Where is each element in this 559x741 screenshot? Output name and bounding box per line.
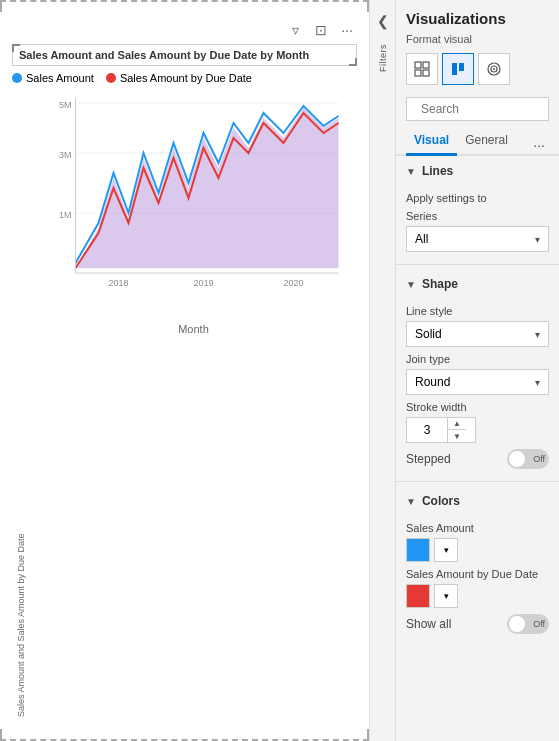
svg-text:3M: 3M	[59, 150, 72, 160]
line-style-chevron-icon: ▾	[535, 329, 540, 340]
section-shape: ▼ Shape Line style Solid ▾ Join type Rou…	[396, 269, 559, 477]
svg-rect-15	[415, 70, 421, 76]
collapse-icon[interactable]: ❮	[372, 10, 394, 32]
colors-chevron: ▼	[406, 496, 416, 507]
svg-rect-18	[459, 63, 464, 71]
join-type-chevron-icon: ▾	[535, 377, 540, 388]
series1-label: Sales Amount	[406, 522, 549, 534]
series1-color-dropdown[interactable]: ▾	[434, 538, 458, 562]
legend-item-1: Sales Amount	[12, 72, 94, 84]
section-colors: ▼ Colors Sales Amount ▾ Sales Amount by …	[396, 486, 559, 642]
tab-general[interactable]: General	[457, 129, 516, 156]
stroke-width-stepper[interactable]: ▲ ▼	[406, 417, 476, 443]
tab-more[interactable]: ...	[529, 130, 549, 154]
shape-section-header[interactable]: ▼ Shape	[396, 269, 559, 295]
series2-color-dropdown[interactable]: ▾	[434, 584, 458, 608]
shape-chevron: ▼	[406, 279, 416, 290]
show-all-toggle-text: Off	[533, 619, 545, 629]
legend-dot-2	[106, 73, 116, 83]
dotted-border-top	[0, 0, 369, 12]
toggle-text: Off	[533, 454, 545, 464]
analytics-format-icon[interactable]	[478, 53, 510, 85]
tab-visual[interactable]: Visual	[406, 129, 457, 156]
stroke-width-label: Stroke width	[406, 401, 549, 413]
colors-label: Colors	[422, 494, 460, 508]
svg-text:1M: 1M	[59, 210, 72, 220]
svg-point-21	[493, 68, 495, 70]
viz-panel: Visualizations Format visual Visual	[396, 0, 559, 741]
series1-color-row: ▾	[406, 538, 549, 562]
stroke-width-input[interactable]	[407, 419, 447, 441]
join-type-dropdown[interactable]: Round ▾	[406, 369, 549, 395]
line-style-value: Solid	[415, 327, 442, 341]
viz-subtitle: Format visual	[406, 33, 549, 45]
section-lines: ▼ Lines Apply settings to Series All ▾	[396, 156, 559, 260]
side-icons: ❮ Filters	[370, 0, 396, 741]
chart-body: Sales Amount and Sales Amount by Due Dat…	[12, 88, 357, 721]
series2-color-row: ▾	[406, 584, 549, 608]
series-value: All	[415, 232, 428, 246]
filters-label: Filters	[378, 44, 388, 72]
paint-format-icon[interactable]	[442, 53, 474, 85]
search-box[interactable]	[406, 97, 549, 121]
viz-title: Visualizations	[406, 10, 549, 27]
svg-text:2018: 2018	[108, 278, 128, 288]
svg-rect-17	[452, 63, 457, 75]
lines-section-header[interactable]: ▼ Lines	[396, 156, 559, 182]
lines-label: Lines	[422, 164, 453, 178]
show-all-row: Show all Off	[406, 614, 549, 634]
stepped-toggle[interactable]: Off	[507, 449, 549, 469]
series2-label: Sales Amount by Due Date	[406, 568, 549, 580]
tabs-row: Visual General ...	[396, 129, 559, 156]
more-icon[interactable]: ···	[337, 20, 357, 40]
chart-panel: ▿ ⊡ ··· Sales Amount and Sales Amount by…	[0, 0, 370, 741]
chart-svg: 5M 3M 1M 2018 2019	[30, 88, 357, 721]
grid-format-icon[interactable]	[406, 53, 438, 85]
show-all-toggle-knob	[509, 616, 525, 632]
chart-container: ▿ ⊡ ··· Sales Amount and Sales Amount by…	[0, 12, 369, 729]
svg-rect-16	[423, 70, 429, 76]
x-axis-label: Month	[30, 323, 357, 335]
chart-title: Sales Amount and Sales Amount by Due Dat…	[12, 44, 357, 66]
viz-header: Visualizations Format visual	[396, 0, 559, 97]
show-all-toggle[interactable]: Off	[507, 614, 549, 634]
stepped-label: Stepped	[406, 452, 451, 466]
dotted-border-bottom	[0, 729, 369, 741]
colors-section-header[interactable]: ▼ Colors	[396, 486, 559, 512]
stepper-down[interactable]: ▼	[448, 430, 466, 442]
svg-rect-13	[415, 62, 421, 68]
join-type-value: Round	[415, 375, 450, 389]
shape-label: Shape	[422, 277, 458, 291]
lines-chevron: ▼	[406, 166, 416, 177]
svg-text:5M: 5M	[59, 100, 72, 110]
show-all-label: Show all	[406, 617, 451, 631]
divider-1	[396, 264, 559, 265]
series1-color-swatch[interactable]	[406, 538, 430, 562]
stepped-row: Stepped Off	[406, 449, 549, 469]
stepper-up[interactable]: ▲	[448, 418, 466, 430]
svg-text:2020: 2020	[283, 278, 303, 288]
stepper-arrows: ▲ ▼	[447, 418, 466, 442]
toggle-knob	[509, 451, 525, 467]
lines-section-body: Apply settings to Series All ▾	[396, 182, 559, 260]
line-style-dropdown[interactable]: Solid ▾	[406, 321, 549, 347]
shape-section-body: Line style Solid ▾ Join type Round ▾ Str…	[396, 295, 559, 477]
y-axis-label: Sales Amount and Sales Amount by Due Dat…	[12, 88, 30, 721]
viz-format-icons	[406, 53, 549, 85]
line-style-label: Line style	[406, 305, 549, 317]
join-type-label: Join type	[406, 353, 549, 365]
search-input[interactable]	[421, 102, 559, 116]
divider-2	[396, 481, 559, 482]
series-label: Series	[406, 210, 549, 222]
apply-settings-label: Apply settings to	[406, 192, 549, 204]
chart-legend: Sales Amount Sales Amount by Due Date	[12, 72, 357, 84]
svg-marker-7	[76, 108, 339, 268]
series-chevron-icon: ▾	[535, 234, 540, 245]
svg-text:2019: 2019	[193, 278, 213, 288]
filter-icon[interactable]: ▿	[285, 20, 305, 40]
legend-dot-1	[12, 73, 22, 83]
series2-color-swatch[interactable]	[406, 584, 430, 608]
right-panel: ❮ Filters Visualizations Format visual	[370, 0, 559, 741]
series-dropdown[interactable]: All ▾	[406, 226, 549, 252]
expand-icon[interactable]: ⊡	[311, 20, 331, 40]
